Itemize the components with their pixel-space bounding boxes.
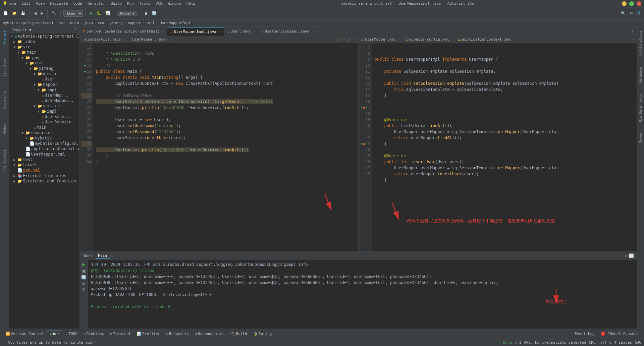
subtab-close2[interactable]: ✕ bbox=[167, 38, 169, 41]
tree-mapper[interactable]: ▼ 📂 mapper bbox=[9, 82, 79, 87]
menu-run[interactable]: Run bbox=[127, 1, 134, 6]
tree-test[interactable]: ▶ 📁 test bbox=[9, 157, 79, 162]
subtab-close[interactable]: ✕ bbox=[122, 38, 124, 41]
console-main-tab[interactable]: Main bbox=[96, 253, 110, 259]
tree-userserviceimpl[interactable]: ☕ UserServ... bbox=[9, 114, 79, 119]
console-maximize-btn[interactable]: ⬜ bbox=[629, 253, 634, 258]
aws-side-icon[interactable]: AWS Toolkit bbox=[2, 147, 7, 173]
breadcrumb-part[interactable]: mybatis-spring-contrast bbox=[3, 21, 54, 25]
menu-code[interactable]: Code bbox=[73, 1, 82, 6]
subtab-close5[interactable]: ✕ bbox=[512, 38, 514, 41]
bottom-tab-run[interactable]: ▶ Run bbox=[47, 331, 62, 337]
right-code-content[interactable]: public class UserMapperImpl implements U… bbox=[372, 43, 637, 251]
bigdata-icon[interactable]: Big Data Tools bbox=[638, 92, 643, 124]
sidebar-header[interactable]: Project ▼ ⋮ bbox=[9, 27, 79, 34]
console-rerun-btn[interactable]: 🔄 bbox=[81, 275, 86, 280]
toolbar-jrebel[interactable]: JRebel ▼ bbox=[117, 11, 137, 16]
project-side-icon[interactable]: Project bbox=[2, 28, 7, 46]
bottom-tab-spring[interactable]: 🍃 Spring bbox=[251, 331, 275, 337]
subtab-userservice[interactable]: ☕ UserService.java ✕ bbox=[80, 36, 127, 43]
tree-mybatis[interactable]: ▼ 📂 mybatis bbox=[9, 135, 79, 141]
tree-main[interactable]: ▼ 📂 main bbox=[9, 50, 79, 55]
console-run-tab[interactable]: Run: bbox=[83, 253, 94, 259]
tab-settings-btn[interactable]: ⋮ bbox=[631, 29, 635, 34]
bottom-tab-build[interactable]: 🔨 Build bbox=[228, 331, 250, 337]
bottom-tab-endpoints[interactable]: ◎ Endpoints bbox=[163, 331, 192, 337]
tab-user[interactable]: ☕ User.java ✕ bbox=[224, 27, 258, 36]
tree-user[interactable]: ☕ User bbox=[9, 76, 79, 82]
menu-build[interactable]: Build bbox=[111, 1, 122, 6]
bottom-tab-dependencies[interactable]: ◈ Dependencies bbox=[192, 331, 227, 337]
database-icon[interactable]: Database bbox=[638, 65, 643, 85]
tree-pom[interactable]: 📄 pom.xml bbox=[9, 168, 79, 173]
tree-service[interactable]: ▼ 📂 service bbox=[9, 103, 79, 109]
toolbar-run[interactable]: ▶ bbox=[89, 10, 94, 16]
toolbar-settings[interactable]: ⚙ bbox=[628, 10, 634, 16]
pane-controls[interactable]: ⋮ bbox=[352, 36, 358, 43]
tree-com[interactable]: ▼ 📂 com bbox=[9, 60, 79, 66]
subtab-usermapper[interactable]: ☕ UserMapper.java ✕ bbox=[127, 36, 172, 43]
tree-usermapper[interactable]: ☕ UserMappe... bbox=[9, 98, 79, 103]
breadcrumb-java[interactable]: java bbox=[84, 21, 93, 25]
tree-mainclass[interactable]: ☕ Main bbox=[9, 125, 79, 130]
tree-target[interactable]: ▼ 📂 target bbox=[9, 162, 79, 168]
status-encoding[interactable]: UTF-8 bbox=[600, 340, 611, 345]
tree-usermapperimpl[interactable]: ☕ UserMap... bbox=[9, 93, 79, 98]
tree-yimeng[interactable]: ▼ 📂 yimeng bbox=[9, 66, 79, 71]
status-indent[interactable]: 4 spaces bbox=[614, 340, 632, 345]
toolbar-update[interactable]: 🔄 bbox=[151, 10, 158, 16]
breadcrumb-yimeng[interactable]: yimeng bbox=[109, 21, 123, 25]
breadcrumb-main[interactable]: main bbox=[70, 21, 79, 25]
tree-domain[interactable]: ▼ 📂 domain bbox=[9, 71, 79, 76]
console-stop-btn[interactable]: ⏹ bbox=[82, 268, 86, 274]
toolbar-debug[interactable]: 🐛 bbox=[95, 10, 103, 16]
toolbar-open[interactable]: 📁 bbox=[11, 10, 18, 16]
menu-refactor[interactable]: Refactor bbox=[88, 1, 105, 6]
tree-root[interactable]: ▼ 🗂 mybatis-spring-contrast E:\myb bbox=[9, 34, 79, 39]
toolbar-profile[interactable]: 📊 bbox=[104, 10, 111, 16]
structure-side-icon[interactable]: Structure bbox=[2, 56, 7, 78]
tree-resources[interactable]: ▼ 📂 resources bbox=[9, 130, 79, 135]
tab-usermapperimpl[interactable]: ☕ UserMapperImpl.java ✕ bbox=[167, 27, 224, 36]
branch-selector[interactable]: Main bbox=[63, 10, 83, 17]
breadcrumb-src[interactable]: src bbox=[59, 21, 65, 25]
breadcrumb-mapper[interactable]: mapper bbox=[128, 21, 141, 25]
subtab-close3[interactable]: ✕ bbox=[397, 38, 399, 41]
tree-src[interactable]: ▼ 📂 src bbox=[9, 44, 79, 50]
jrebel-side-icon[interactable]: JRebel bbox=[2, 121, 7, 137]
menu-vcs[interactable]: VCS bbox=[156, 1, 162, 6]
maximize-btn[interactable]: □ bbox=[629, 1, 634, 6]
bottom-tab-profiler[interactable]: 📊 Profiler bbox=[134, 331, 163, 337]
menu-file[interactable]: File bbox=[7, 1, 16, 6]
console-output[interactable]: 十月 20, 2024 1:07:16 上午 com.alibaba.druid… bbox=[88, 260, 637, 329]
toolbar-back[interactable]: ◀ bbox=[33, 10, 38, 16]
pom-close-btn[interactable]: ✕ bbox=[162, 30, 164, 33]
status-crlf[interactable]: CRLF bbox=[589, 340, 598, 345]
toolbar-save[interactable]: 💾 bbox=[19, 10, 27, 16]
toolbar-search[interactable]: 🔍 bbox=[620, 10, 627, 16]
bottom-tab-problems[interactable]: ⚠ Problems bbox=[81, 331, 107, 337]
sidebar-menu-btn[interactable]: ⋮ bbox=[74, 28, 77, 32]
menu-help[interactable]: Help bbox=[186, 1, 196, 6]
bookmarks-side-icon[interactable]: Bookmarks bbox=[2, 89, 7, 111]
console-filter-btn[interactable]: ⊟ bbox=[82, 281, 86, 286]
toolbar-new[interactable]: 📄 bbox=[2, 10, 9, 16]
console-settings-btn[interactable]: ⚙ bbox=[625, 253, 628, 258]
maven-icon[interactable]: Maven bbox=[638, 131, 643, 145]
left-code-content[interactable]: * @Description: TODO * @Version 1.0 */ p… bbox=[93, 43, 358, 251]
toolbar-forward[interactable]: ▶ bbox=[39, 10, 45, 16]
tree-scratches[interactable]: ▶ 📁 Scratches and Consoles bbox=[9, 178, 79, 184]
console-run-btn[interactable]: ▶ bbox=[82, 262, 86, 267]
toolbar-stop[interactable]: ⏹ bbox=[143, 11, 149, 16]
menu-view[interactable]: View bbox=[36, 1, 45, 6]
bottom-tab-terminal[interactable]: ⊞ Terminal bbox=[108, 331, 134, 337]
tab-pom[interactable]: M pom.xml (mybatis-spring-contrast) ✕ bbox=[80, 27, 167, 36]
tree-appcontext[interactable]: 📄 applicationContext.xm... bbox=[9, 146, 79, 152]
status-aws[interactable]: AWS: No credentials selected bbox=[524, 340, 586, 345]
toolbar-translate[interactable]: 译 bbox=[636, 10, 642, 16]
jrebel-console-btn[interactable]: 🔴 JRebel Console bbox=[598, 331, 641, 337]
tree-userservice[interactable]: ☕ UserService... bbox=[9, 119, 79, 125]
tree-java[interactable]: ▼ 📂 java bbox=[9, 55, 79, 60]
menu-tools[interactable]: Tools bbox=[139, 1, 150, 6]
tree-ext-libs[interactable]: ▶ 📚 External Libraries bbox=[9, 173, 79, 178]
